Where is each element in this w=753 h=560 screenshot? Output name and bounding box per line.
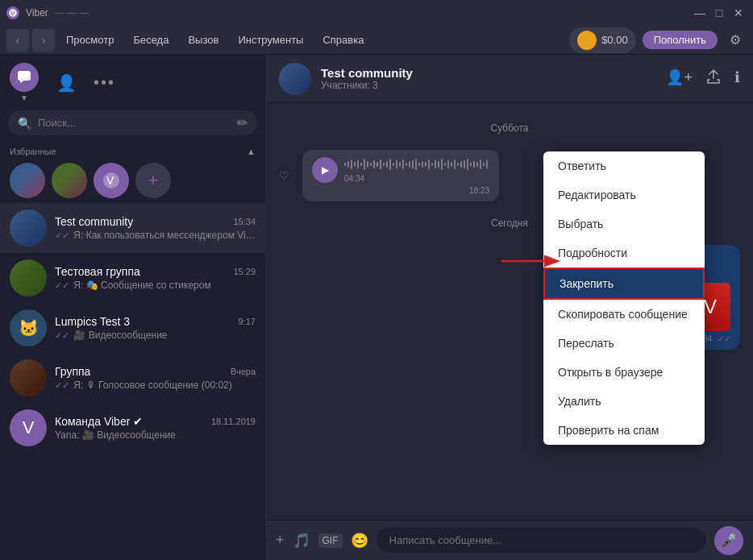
favorite-item-viber[interactable]: V [94, 163, 129, 198]
chat-header-sub: Участники: 3 [321, 80, 656, 91]
chat-time: 9:17 [239, 317, 256, 326]
balance-display[interactable]: $0.00 [569, 27, 636, 53]
svg-rect-28 [418, 163, 420, 166]
favorites-caret[interactable]: ▲ [247, 147, 256, 156]
share-icon[interactable] [705, 68, 722, 89]
menu-chat[interactable]: Беседа [125, 31, 177, 49]
search-icon: 🔍 [18, 117, 31, 130]
context-spam[interactable]: Проверить на спам [543, 416, 705, 445]
nav-back-button[interactable]: ‹ [6, 29, 29, 52]
more-tab-icon[interactable]: ••• [94, 73, 115, 92]
chat-info-lumpics: Lumpics Test 3 9:17 ✓✓ 🎥 Видеосообщение [55, 315, 256, 341]
window-title: Viber [26, 7, 48, 19]
svg-rect-6 [347, 161, 349, 168]
viber-logo-icon: V [6, 6, 19, 19]
favorite-item-1[interactable] [10, 163, 45, 198]
play-button[interactable]: ▶ [312, 157, 338, 183]
context-menu: Ответить Редактировать Выбрать Подробнос… [543, 151, 705, 445]
context-select[interactable]: Выбрать [543, 209, 705, 239]
gif-icon[interactable]: GIF [318, 533, 343, 548]
svg-rect-9 [357, 160, 359, 168]
menu-view[interactable]: Просмотр [58, 31, 122, 49]
chat-item-gruppa[interactable]: Группа Вчера ✓✓ Я: 🎙 Голосовое сообщение… [0, 353, 265, 403]
coin-icon [577, 31, 597, 50]
svg-text:V: V [106, 174, 114, 187]
title-bar: V Viber — — — — □ ✕ [0, 0, 753, 26]
chat-item-lumpics[interactable]: 🐱 Lumpics Test 3 9:17 ✓✓ 🎥 Видеосообщени… [0, 303, 265, 353]
maximize-button[interactable]: □ [711, 5, 727, 21]
context-edit[interactable]: Редактировать [543, 180, 705, 209]
nav-forward-button[interactable]: › [32, 29, 55, 52]
context-delete[interactable]: Удалить [543, 387, 705, 416]
chat-preview: ✓✓ 🎥 Видеосообщение [55, 330, 256, 341]
chat-item-viber-team[interactable]: V Команда Viber ✔ 18.11.2019 Yana: 🎥 Вид… [0, 403, 265, 453]
favorites-list: V + [10, 163, 256, 198]
mic-button[interactable]: 🎤 [714, 526, 743, 555]
chat-header: Test community Участники: 3 👤+ ℹ [266, 55, 753, 103]
emoji-icon[interactable]: 😊 [351, 532, 368, 550]
svg-rect-24 [406, 163, 407, 166]
svg-rect-46 [476, 162, 478, 167]
context-copy[interactable]: Скопировать сообщение [543, 300, 705, 329]
svg-text:V: V [10, 10, 15, 17]
svg-rect-21 [396, 160, 397, 168]
menu-help[interactable]: Справка [314, 31, 372, 49]
contacts-tab-icon[interactable]: 👤 [52, 68, 81, 97]
attach-icon[interactable]: + [276, 532, 285, 549]
info-icon[interactable]: ℹ [734, 68, 740, 89]
chat-item-test-community[interactable]: Test community 15:34 ✓✓ Я: Как пользоват… [0, 203, 265, 253]
svg-rect-38 [451, 162, 452, 167]
add-favorite-button[interactable]: + [135, 163, 171, 198]
menu-bar: ‹ › Просмотр Беседа Вызов Инструменты Сп… [0, 26, 753, 55]
context-details[interactable]: Подробности [543, 239, 705, 268]
svg-rect-41 [460, 161, 462, 168]
window-subtitle: — — — [55, 7, 89, 19]
svg-rect-7 [351, 160, 352, 169]
minimize-button[interactable]: — [692, 5, 708, 21]
menu-call[interactable]: Вызов [180, 31, 227, 49]
balance-amount: $0.00 [601, 34, 628, 46]
chat-name: Lumpics Test 3 [55, 315, 130, 328]
chat-item-test-group[interactable]: Тестовая группа 15:29 ✓✓ Я: 🎭 Сообщение … [0, 253, 265, 303]
svg-rect-15 [376, 162, 378, 167]
context-pin[interactable]: Закрепить [543, 268, 705, 300]
svg-rect-49 [486, 160, 488, 168]
compose-icon[interactable]: ✏ [237, 115, 248, 131]
search-bar[interactable]: 🔍 ✏ [8, 110, 257, 135]
chat-name: Команда Viber ✔ [55, 415, 143, 428]
favorite-item-2[interactable] [52, 163, 87, 198]
chats-tab-icon[interactable] [10, 63, 39, 92]
svg-rect-29 [422, 161, 423, 168]
main-layout: ▼ 👤 ••• 🔍 ✏ Избранные ▲ V + [0, 55, 753, 560]
svg-rect-13 [370, 163, 372, 166]
context-reply[interactable]: Ответить [543, 151, 705, 180]
add-member-icon[interactable]: 👤+ [666, 68, 693, 89]
tick-icon: ✓✓ [55, 380, 69, 390]
window-controls[interactable]: — □ ✕ [692, 5, 747, 21]
topup-button[interactable]: Пополнить [643, 31, 718, 49]
svg-rect-27 [415, 159, 417, 170]
svg-rect-2 [18, 71, 31, 81]
search-input[interactable] [38, 117, 227, 129]
chat-header-name: Test community [321, 66, 656, 80]
heart-icon[interactable]: ♡ [279, 169, 289, 182]
svg-rect-11 [364, 159, 365, 170]
audio-message-time: 18:23 [312, 186, 489, 195]
close-button[interactable]: ✕ [730, 5, 747, 21]
chat-avatar-test-community [10, 209, 47, 247]
menu-tools[interactable]: Инструменты [230, 31, 311, 49]
audio-icon[interactable]: 🎵 [293, 532, 310, 550]
context-open-browser[interactable]: Открыть в браузере [543, 358, 705, 387]
chat-header-avatar [279, 63, 311, 95]
chat-preview: ✓✓ Я: 🎭 Сообщение со стикером [55, 280, 256, 291]
svg-rect-20 [393, 163, 394, 166]
menu-bar-right: $0.00 Пополнить ⚙ [569, 27, 747, 53]
message-input[interactable] [376, 528, 706, 553]
svg-rect-19 [389, 159, 391, 170]
context-forward[interactable]: Переслать [543, 329, 705, 358]
chat-time: 15:34 [233, 217, 256, 226]
chat-time: 15:29 [233, 267, 256, 276]
favorites-header: Избранные ▲ [10, 147, 256, 156]
settings-icon[interactable]: ⚙ [724, 29, 747, 52]
chat-info-test-community: Test community 15:34 ✓✓ Я: Как пользоват… [55, 215, 256, 241]
